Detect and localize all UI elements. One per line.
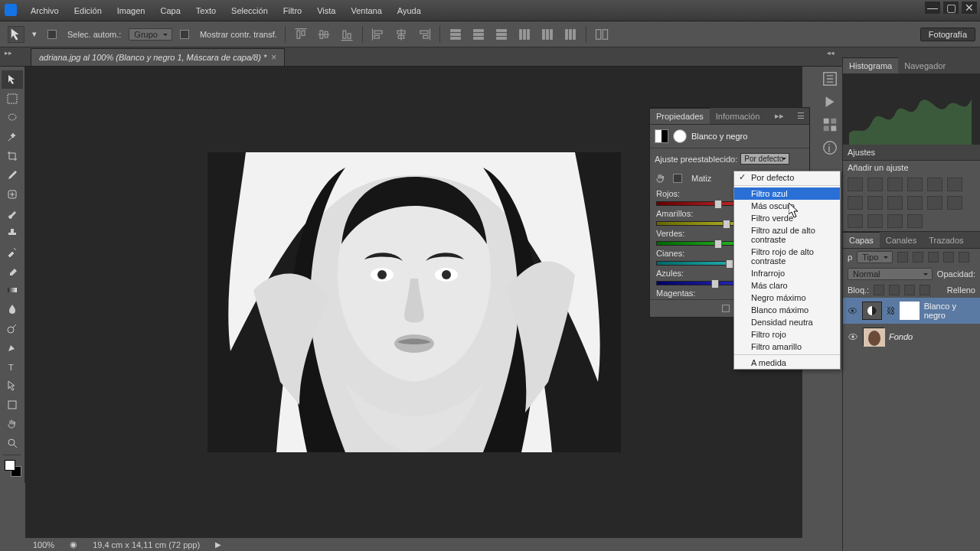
blend-mode-select[interactable]: Normal (848, 268, 933, 280)
move-tool[interactable] (2, 70, 23, 89)
preset-dropdown[interactable]: Por defecto Filtro azul Más oscuro Filtr… (733, 171, 841, 370)
menu-view[interactable]: Vista (309, 0, 343, 21)
workspace-switcher[interactable]: Fotografía (920, 28, 975, 41)
tab-info[interactable]: Información (710, 108, 766, 124)
exposure-icon[interactable] (907, 178, 923, 191)
lasso-tool[interactable] (2, 109, 23, 127)
move-tool-icon[interactable] (8, 26, 24, 43)
auto-select-type[interactable]: Grupo (129, 28, 172, 41)
tab-paths[interactable]: Trazados (923, 232, 969, 248)
dropdown-item[interactable]: Filtro rojo de alto contraste (734, 246, 840, 267)
menu-window[interactable]: Ventana (343, 0, 389, 21)
heal-tool[interactable] (2, 185, 23, 204)
dropdown-item[interactable]: Más claro (734, 279, 840, 292)
align-bottom-icon[interactable] (339, 27, 354, 42)
pen-tool[interactable] (2, 338, 23, 357)
photo-filter-icon[interactable] (887, 196, 903, 210)
menu-text[interactable]: Texto (188, 0, 224, 21)
eraser-tool[interactable] (2, 262, 23, 280)
distribute-vcenter-icon[interactable] (471, 27, 486, 42)
blur-tool[interactable] (2, 300, 23, 318)
status-arrow-icon[interactable]: ▶ (215, 540, 221, 549)
crop-tool[interactable] (2, 147, 23, 165)
type-tool[interactable]: T (2, 357, 23, 376)
collapse-right-icon[interactable]: ◂◂ (825, 47, 836, 58)
filter-adjust-icon[interactable] (913, 252, 923, 262)
selective-icon[interactable] (907, 214, 923, 228)
menu-layer[interactable]: Capa (152, 0, 188, 21)
filter-shape-icon[interactable] (943, 252, 954, 262)
document-tab[interactable]: adriana.jpg al 100% (Blanco y negro 1, M… (31, 48, 285, 66)
tab-layers[interactable]: Capas (843, 232, 880, 248)
tab-channels[interactable]: Canales (880, 232, 923, 248)
tool-preset-dropdown[interactable]: ▾ (32, 28, 40, 41)
curves-icon[interactable] (887, 178, 903, 191)
layer-name[interactable]: Fondo (889, 332, 913, 341)
tab-close-icon[interactable]: × (271, 52, 276, 63)
actions-panel-icon[interactable] (822, 94, 838, 109)
layer-name[interactable]: Blanco y negro (924, 302, 975, 320)
distribute-right-icon[interactable] (563, 27, 578, 42)
filter-pixel-icon[interactable] (897, 252, 908, 262)
bw-icon[interactable] (867, 196, 883, 210)
dropdown-item[interactable]: Negro máximo (734, 292, 840, 304)
dropdown-item[interactable]: Filtro rojo (734, 328, 840, 341)
dropdown-item[interactable]: Filtro azul de alto contraste (734, 224, 840, 246)
history-brush-tool[interactable] (2, 243, 23, 261)
menu-selection[interactable]: Selección (224, 0, 276, 21)
history-panel-icon[interactable] (822, 71, 838, 86)
align-hcenter-icon[interactable] (394, 27, 409, 42)
lock-position-icon[interactable] (904, 285, 915, 295)
marquee-tool[interactable] (2, 90, 23, 108)
dropdown-item[interactable]: Por defecto (734, 171, 840, 184)
clip-icon[interactable] (720, 303, 731, 314)
align-top-icon[interactable] (293, 27, 309, 42)
maximize-button[interactable]: ▢ (943, 2, 959, 14)
filter-type-icon[interactable] (928, 252, 939, 262)
dropdown-item[interactable]: Filtro amarillo (734, 341, 840, 353)
collapse-left-icon[interactable]: ▸▸ (3, 47, 14, 58)
gradient-map-icon[interactable] (887, 214, 903, 228)
panel-collapse-icon[interactable]: ▸▸ (770, 111, 789, 121)
threshold-icon[interactable] (867, 214, 883, 228)
lock-all-icon[interactable] (920, 285, 930, 295)
menu-image[interactable]: Imagen (109, 0, 153, 21)
distribute-top-icon[interactable] (448, 27, 463, 42)
wand-tool[interactable] (2, 128, 23, 146)
gradient-tool[interactable] (2, 281, 23, 299)
align-vcenter-icon[interactable] (316, 27, 332, 42)
status-zoom[interactable]: 100% (33, 540, 54, 549)
brightness-icon[interactable] (848, 178, 863, 191)
tab-adjustments[interactable]: Ajustes (843, 145, 980, 161)
dropdown-item[interactable]: Más oscuro (734, 200, 840, 212)
posterize-icon[interactable] (848, 214, 863, 228)
invert-icon[interactable] (947, 196, 962, 210)
dodge-tool[interactable] (2, 319, 23, 337)
dropdown-item[interactable]: Filtro azul (734, 187, 840, 200)
menu-help[interactable]: Ayuda (390, 0, 429, 21)
panel-menu-icon[interactable]: ☰ (792, 111, 809, 121)
hue-icon[interactable] (947, 178, 962, 191)
info-panel-icon[interactable]: i (822, 140, 838, 155)
auto-align-icon[interactable] (594, 27, 609, 42)
dropdown-item[interactable]: A medida (734, 357, 840, 369)
dropdown-item[interactable]: Filtro verde (734, 212, 840, 224)
auto-select-checkbox[interactable] (47, 30, 57, 39)
layer-mask-thumb[interactable] (900, 302, 920, 320)
lock-transparent-icon[interactable] (874, 285, 884, 295)
dropdown-item[interactable]: Infrarrojo (734, 267, 840, 279)
eyedropper-tool[interactable] (2, 166, 23, 184)
balance-icon[interactable] (848, 196, 863, 210)
layer-background[interactable]: Fondo (843, 324, 980, 350)
mixer-icon[interactable] (907, 196, 923, 210)
mask-icon[interactable] (673, 129, 687, 143)
tab-properties[interactable]: Propiedades (650, 108, 710, 124)
shape-tool[interactable] (2, 396, 23, 414)
lock-pixels-icon[interactable] (889, 285, 900, 295)
swatches-panel-icon[interactable] (822, 117, 838, 132)
stamp-tool[interactable] (2, 223, 23, 242)
lookup-icon[interactable] (927, 196, 942, 210)
menu-file[interactable]: Archivo (23, 0, 67, 21)
tab-histogram[interactable]: Histograma (843, 57, 898, 73)
dropdown-item[interactable]: Densidad neutra (734, 316, 840, 328)
